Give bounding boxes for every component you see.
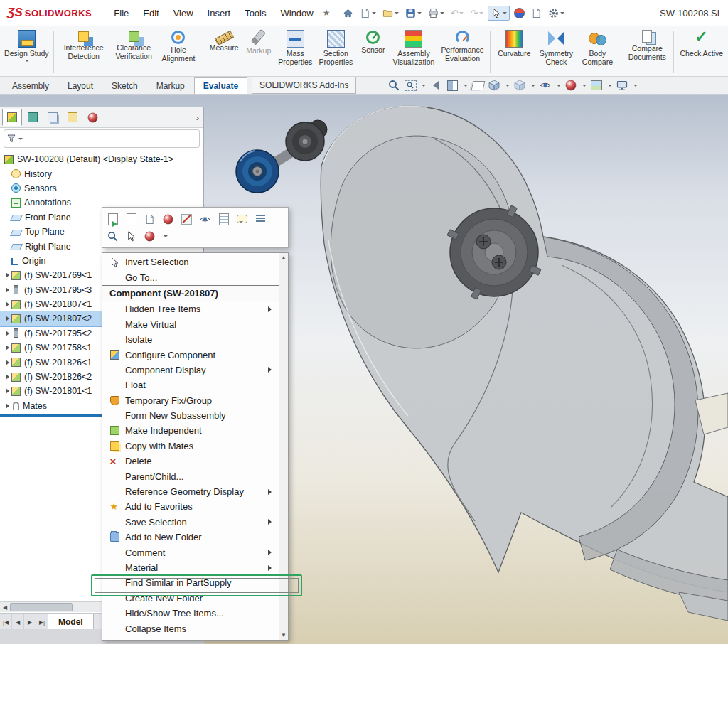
dropdown-caret[interactable]: [479, 12, 483, 16]
expander-icon[interactable]: [6, 301, 9, 307]
menu-item-go-to[interactable]: Go To...: [102, 269, 279, 284]
scroll-left-arrow[interactable]: ◀: [0, 604, 10, 611]
menu-item-configure-component[interactable]: Configure Component: [102, 347, 279, 362]
dropdown-caret[interactable]: [440, 12, 444, 16]
configurationmanager-tab[interactable]: [43, 109, 62, 125]
tree-item-history[interactable]: History: [0, 166, 203, 181]
dropdown-caret[interactable]: [459, 12, 464, 16]
menu-scroll-down-arrow[interactable]: ▼: [281, 632, 287, 638]
menu-item-save-selection[interactable]: Save Selection: [102, 515, 279, 530]
dropdown-caret[interactable]: [422, 85, 426, 89]
display-style-icon[interactable]: [513, 79, 526, 92]
dropdown-caret[interactable]: [372, 12, 376, 16]
options-icon[interactable]: [546, 6, 567, 20]
menu-item-add-to-new-folder[interactable]: Add to New Folder: [102, 530, 279, 545]
menu-window[interactable]: Window: [274, 6, 319, 21]
next-tab-button[interactable]: ▶: [24, 614, 36, 631]
file-properties-icon[interactable]: [529, 6, 544, 20]
dropdown-caret[interactable]: [531, 85, 535, 89]
zoom-fit-icon[interactable]: [387, 79, 400, 92]
dropdown-caret[interactable]: [395, 12, 399, 16]
dropdown-caret[interactable]: [505, 85, 510, 89]
propertymanager-tab[interactable]: [23, 109, 42, 125]
zoom-area-icon[interactable]: [404, 79, 417, 92]
expander-icon[interactable]: [6, 388, 9, 394]
tree-filter-input[interactable]: [4, 129, 200, 148]
tab-evaluate[interactable]: Evaluate: [194, 77, 247, 94]
clearance-verification-button[interactable]: Clearance Verification: [111, 28, 157, 76]
tab-sketch[interactable]: Sketch: [102, 77, 147, 94]
markup-button[interactable]: Markup: [242, 28, 276, 76]
edit-appearance-icon[interactable]: [564, 79, 577, 92]
menu-item-temporary-fix-group[interactable]: Temporary Fix/Group: [102, 393, 279, 408]
open-icon[interactable]: [380, 6, 401, 20]
dropdown-caret[interactable]: [582, 85, 587, 89]
tab-markup[interactable]: Markup: [147, 77, 194, 94]
expander-icon[interactable]: [6, 272, 9, 278]
menu-edit[interactable]: Edit: [136, 6, 165, 21]
menu-item-delete[interactable]: ×Delete: [102, 454, 279, 469]
comment-icon[interactable]: [236, 213, 248, 225]
dropdown-caret[interactable]: [164, 235, 168, 240]
menu-item-add-to-favorites[interactable]: ★Add to Favorites: [102, 499, 279, 514]
curvature-button[interactable]: Curvature: [493, 28, 535, 76]
menu-file[interactable]: File: [107, 6, 135, 21]
new-document-icon[interactable]: [358, 6, 378, 20]
view-orientation-icon[interactable]: [488, 79, 500, 92]
home-icon[interactable]: [341, 6, 355, 20]
menu-item-invert-selection[interactable]: Invert Selection: [102, 255, 279, 269]
compare-documents-button[interactable]: Compare Documents: [624, 28, 670, 76]
dropdown-caret[interactable]: [608, 85, 612, 89]
apply-scene-icon[interactable]: [590, 79, 603, 92]
menu-insert[interactable]: Insert: [201, 6, 237, 21]
menu-item-hide-show-tree-items[interactable]: Hide/Show Tree Items...: [102, 606, 279, 621]
expander-icon[interactable]: [6, 374, 9, 380]
pin-menu-icon[interactable]: ★: [323, 8, 331, 18]
expander-icon[interactable]: [6, 316, 9, 321]
blue-pulley[interactable]: [236, 150, 279, 193]
select-tool-icon[interactable]: [488, 6, 510, 21]
symmetry-check-button[interactable]: Symmetry Check: [535, 28, 577, 76]
menu-item-find-similar-in-partsupply[interactable]: Find Similar in PartSupply: [102, 575, 279, 590]
component-properties-icon[interactable]: [218, 213, 230, 225]
save-icon[interactable]: [403, 6, 424, 20]
menu-tools[interactable]: Tools: [238, 6, 272, 21]
appearances-menu-icon[interactable]: [144, 230, 156, 242]
rebuild-icon[interactable]: [512, 6, 527, 20]
hide-component-icon[interactable]: [199, 213, 211, 225]
prev-tab-button[interactable]: ◀: [12, 614, 24, 631]
model-tab[interactable]: Model: [48, 614, 94, 631]
menu-item-hidden-tree-items[interactable]: Hidden Tree Items: [102, 301, 279, 316]
section-view-icon[interactable]: [446, 79, 459, 92]
menu-item-isolate[interactable]: Isolate: [102, 332, 279, 347]
interference-detection-button[interactable]: Interference Detection: [57, 28, 111, 76]
measure-button[interactable]: Measure: [206, 28, 242, 76]
expander-icon[interactable]: [6, 403, 9, 409]
tab-assembly[interactable]: Assembly: [3, 77, 58, 94]
expander-icon[interactable]: [6, 360, 9, 365]
menu-item-copy-with-mates[interactable]: Copy with Mates: [102, 439, 279, 454]
undo-icon[interactable]: ↶: [449, 6, 466, 20]
idler-pulley[interactable]: [286, 122, 324, 161]
dropdown-caret[interactable]: [633, 85, 638, 89]
appearances-icon[interactable]: [162, 213, 174, 225]
displaymanager-tab[interactable]: [83, 109, 102, 125]
insert-into-new-part-icon[interactable]: [144, 213, 156, 225]
dropdown-caret[interactable]: [557, 85, 561, 89]
suppress-icon[interactable]: [181, 213, 193, 225]
menu-item-make-virtual[interactable]: Make Virtual: [102, 317, 279, 332]
featuremanager-tab[interactable]: [2, 109, 22, 126]
menu-item-make-independent[interactable]: Make Independent: [102, 423, 279, 438]
sensor-button[interactable]: Sensor: [357, 28, 390, 76]
panel-tabs-overflow-chevron[interactable]: ›: [196, 112, 199, 123]
expander-icon[interactable]: [6, 287, 9, 293]
menu-item-parent-child[interactable]: Parent/Child...: [102, 469, 279, 483]
hide-show-items-icon[interactable]: [539, 79, 552, 92]
menu-item-form-new-subassembly[interactable]: Form New Subassembly: [102, 408, 279, 423]
print-icon[interactable]: [426, 6, 446, 20]
menu-view[interactable]: View: [167, 6, 200, 21]
menu-item-create-new-folder[interactable]: Create New Folder: [102, 591, 279, 606]
context-menu-scrollbar[interactable]: ▲ ▼: [279, 253, 288, 640]
open-part-icon[interactable]: [125, 213, 137, 225]
filter-dropdown-caret[interactable]: [18, 138, 23, 142]
